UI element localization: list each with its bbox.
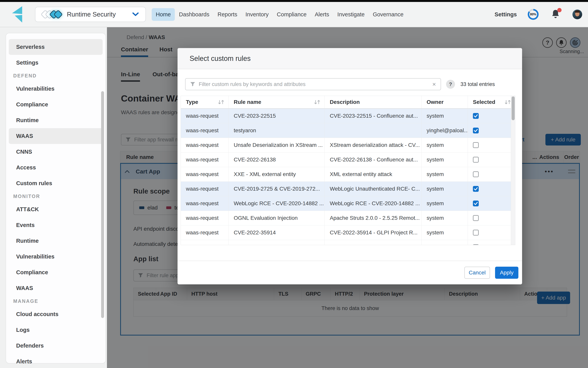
sidebar-item-runtime[interactable]: Runtime [9,112,103,128]
sidebar-item-waas[interactable]: WAAS [9,280,103,296]
sidebar-item-waas[interactable]: WAAS [9,128,103,144]
sidebar-item-compliance[interactable]: Compliance [9,265,103,280]
sidebar-item-logs[interactable]: Logs [9,322,103,338]
nav-item-reports[interactable]: Reports [214,8,242,21]
sidebar-item-cloud-accounts[interactable]: Cloud accounts [9,306,103,322]
custom-rule-row[interactable]: waas-requestWebLogic RCE - CVE-2020-1488… [181,196,515,211]
sort-icon[interactable] [314,99,321,105]
cell-type: waas-request [181,196,228,211]
custom-rule-row[interactable]: waas-requestCVE-2019-2725 & CVE-2019-272… [181,182,515,196]
nav-item-investigate[interactable]: Investigate [333,8,369,21]
cell-owner: system [421,182,468,196]
sidebar-item-settings[interactable]: Settings [9,55,103,71]
sidebar-item-defenders[interactable]: Defenders [9,338,103,354]
sidebar-item-events[interactable]: Events [9,217,103,233]
checkbox-unchecked[interactable] [473,230,479,236]
custom-rule-row[interactable]: waas-requestCVE-2022-26138CVE-2022-26138… [181,153,515,167]
custom-rules-filter-input[interactable]: Filter custom rules by keywords and attr… [185,78,441,90]
sidebar-item-runtime[interactable]: Runtime [9,233,103,249]
check-icon [474,129,478,132]
cell-rule-name: XXE - XML external entity [228,167,325,182]
nav-item-dashboards[interactable]: Dashboards [175,8,213,21]
nav-item-governance[interactable]: Governance [369,8,407,21]
credits-usage-ring[interactable]: 80% [528,9,539,20]
custom-rule-row[interactable] [181,240,515,245]
sidebar-section-manage: MANAGE [9,296,103,306]
sidebar-item-custom-rules[interactable]: Custom rules [9,175,103,191]
checkbox-checked[interactable] [473,128,479,133]
check-icon [474,114,478,118]
module-name: Runtime Security [67,11,116,18]
cell-selected [468,153,515,167]
cell-selected [468,109,515,123]
window-top-strip [0,0,588,2]
checkbox-unchecked[interactable] [473,142,479,148]
checkbox-unchecked[interactable] [473,157,479,163]
checkbox-unchecked[interactable] [473,244,479,245]
sidebar-item-att-ck[interactable]: ATT&CK [9,202,103,217]
top-navbar: Runtime Security HomeDashboardsReportsIn… [0,2,588,27]
checkbox-unchecked[interactable] [473,171,479,177]
custom-rule-row[interactable]: waas-requestCVE-2023-22515CVE-2023-22515… [181,109,515,123]
cell-rule-name: CVE-2022-35914 [228,225,325,240]
cell-type: waas-request [181,138,228,152]
primary-nav: HomeDashboardsReportsInventoryCompliance… [152,8,407,21]
cell-selected [468,240,515,245]
modal-col-label: Selected [473,99,495,105]
sidebar-item-vulnerabilities[interactable]: Vulnerabilities [9,81,103,97]
scrollbar-thumb[interactable] [512,96,515,120]
custom-rule-row[interactable]: waas-requestOGNL Evaluation InjectionApa… [181,211,515,225]
checkbox-checked[interactable] [473,113,479,119]
table-scrollbar[interactable] [511,96,515,245]
sidebar-item-compliance[interactable]: Compliance [9,97,103,112]
modal-col-label: Type [186,99,198,105]
nav-item-inventory[interactable]: Inventory [241,8,273,21]
cell-selected [468,225,515,240]
checkbox-checked[interactable] [473,186,479,192]
select-custom-rules-modal: Select custom rules Filter custom rules … [178,48,522,284]
nav-item-compliance[interactable]: Compliance [273,8,311,21]
custom-rule-row[interactable]: waas-requestCVE-2022-35914CVE-2022-35914… [181,225,515,240]
sidebar-scrollbar[interactable] [101,91,104,318]
nav-item-home[interactable]: Home [152,8,175,21]
nav-item-alerts[interactable]: Alerts [311,8,333,21]
cell-selected [468,167,515,182]
checkbox-checked[interactable] [473,201,479,206]
sidebar-item-access[interactable]: Access [9,160,103,175]
cell-owner: system [421,211,468,225]
funnel-icon [190,82,195,87]
sidebar-item-alerts[interactable]: Alerts [9,354,103,368]
cell-owner: system [421,109,468,123]
module-switcher[interactable]: Runtime Security [35,7,146,22]
user-avatar[interactable] [572,9,582,19]
sort-icon[interactable] [505,99,511,105]
cell-selected [468,182,515,196]
filter-help-button[interactable]: ? [446,80,455,89]
cancel-button[interactable]: Cancel [464,267,490,279]
chevron-down-icon [132,12,139,16]
sidebar-item-serverless[interactable]: Serverless [9,39,103,55]
cell-rule-name: OGNL Evaluation Injection [228,211,325,225]
cell-type: waas-request [181,153,228,167]
cell-description: WebLogic Unauthenticated RCE- C... [325,182,421,196]
cell-type: waas-request [181,167,228,182]
clear-filter-icon[interactable]: × [432,81,436,88]
usage-percent: 80% [529,10,537,18]
custom-rule-row[interactable]: waas-requestXXE - XML external entityXML… [181,167,515,182]
check-icon [474,187,478,190]
sort-icon[interactable] [218,99,225,105]
notifications-button[interactable] [552,9,560,19]
checkbox-unchecked[interactable] [473,215,479,221]
custom-rules-table: TypeRule nameDescriptionOwnerSelected wa… [181,96,515,245]
cell-selected [468,196,515,211]
sidebar-item-vulnerabilities[interactable]: Vulnerabilities [9,249,103,265]
custom-rule-row[interactable]: waas-requesttestyaronyinghel@paloal... [181,123,515,138]
sidebar-item-cnns[interactable]: CNNS [9,144,103,160]
sidebar-section-monitor: MONITOR [9,191,103,202]
modal-col-label: Owner [427,99,443,105]
custom-rule-row[interactable]: waas-requestUnsafe Deserialization in XS… [181,138,515,153]
apply-button[interactable]: Apply [495,267,518,279]
settings-link[interactable]: Settings [495,11,517,18]
cell-description [325,123,421,138]
cell-description: WebLogic RCE - CVE-2020-14882 ... [325,196,421,211]
